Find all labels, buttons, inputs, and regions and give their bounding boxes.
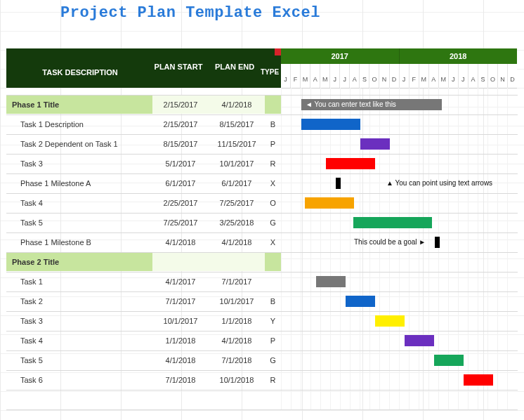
gantt-annotation: ▲ You can point using text arrows — [386, 174, 492, 192]
task-row[interactable]: Phase 1 Milestone B4/1/20184/1/2018XThis… — [6, 233, 518, 253]
milestone-marker[interactable] — [336, 178, 341, 189]
cell-task[interactable]: Task 3 — [6, 155, 152, 173]
task-row[interactable]: Phase 1 Milestone A6/1/20176/1/2017X▲ Yo… — [6, 174, 518, 194]
gantt-cell: This could be a goal ► — [281, 233, 517, 251]
cell-plan-start[interactable]: 2/25/2017 — [152, 194, 209, 212]
cell-type[interactable]: P — [265, 332, 281, 350]
task-row[interactable]: Task 67/1/201810/1/2018R — [6, 371, 518, 391]
cell-type[interactable]: R — [265, 371, 281, 389]
cell-type[interactable]: G — [265, 214, 281, 232]
cell-plan-end[interactable]: 7/1/2017 — [209, 273, 265, 291]
cell-type[interactable]: B — [265, 115, 281, 133]
gantt-cell — [281, 214, 517, 232]
gantt-bar[interactable] — [353, 217, 432, 228]
task-row[interactable]: Task 2 Dependent on Task 18/15/201711/15… — [6, 135, 518, 155]
cell-plan-end[interactable]: 3/25/2018 — [209, 214, 265, 232]
cell-type[interactable]: O — [265, 194, 281, 212]
phase-row[interactable]: Phase 1 Title2/15/20174/1/2018◄ You can … — [6, 96, 518, 115]
gantt-bar[interactable] — [360, 138, 390, 150]
task-row[interactable]: Task 27/1/201710/1/2017B — [6, 292, 518, 312]
cell-type[interactable]: G — [265, 351, 281, 369]
phase-row[interactable]: Phase 2 Title — [6, 253, 518, 273]
cell-plan-end[interactable]: 6/1/2017 — [209, 174, 265, 192]
task-row[interactable]: Task 41/1/20184/1/2018P — [6, 332, 518, 351]
cell-plan-start[interactable] — [152, 253, 209, 271]
cell-type[interactable]: P — [265, 135, 281, 153]
task-row[interactable]: Task 310/1/20171/1/2018Y — [6, 312, 518, 332]
cell-plan-start[interactable]: 5/1/2017 — [152, 155, 209, 173]
gantt-bar[interactable] — [326, 158, 375, 169]
gantt-bar[interactable] — [346, 296, 375, 307]
cell-plan-start[interactable]: 7/25/2017 — [152, 214, 209, 232]
gantt-cell — [281, 253, 517, 271]
month-header: F — [409, 64, 419, 88]
task-row[interactable]: Task 1 Description2/15/20178/15/2017B — [6, 115, 518, 135]
gantt-bar[interactable] — [305, 197, 354, 209]
blank-row[interactable] — [6, 410, 518, 420]
cell-plan-end[interactable]: 11/15/2017 — [209, 135, 265, 153]
milestone-marker[interactable] — [435, 237, 440, 248]
gantt-cell — [281, 371, 517, 389]
cell-task[interactable]: Task 6 — [6, 371, 152, 389]
cell-task[interactable]: Phase 2 Title — [6, 253, 152, 271]
task-row[interactable]: Task 57/25/20173/25/2018G — [6, 214, 518, 233]
cell-plan-start[interactable]: 10/1/2017 — [152, 312, 209, 330]
cell-type[interactable]: Y — [265, 312, 281, 330]
cell-task[interactable]: Task 2 Dependent on Task 1 — [6, 135, 152, 153]
cell-plan-end[interactable]: 8/15/2017 — [209, 115, 265, 133]
cell-task[interactable]: Task 3 — [6, 312, 152, 330]
cell-plan-end[interactable]: 7/1/2018 — [209, 351, 265, 369]
gantt-annotation: ◄ You can enter text like this — [306, 96, 396, 114]
month-header: S — [359, 64, 369, 88]
cell-plan-start[interactable]: 4/1/2018 — [152, 351, 209, 369]
cell-type[interactable]: X — [265, 174, 281, 192]
cell-task[interactable]: Phase 1 Milestone A — [6, 174, 152, 192]
cell-plan-start[interactable]: 8/15/2017 — [152, 135, 209, 153]
cell-task[interactable]: Task 4 — [6, 332, 152, 350]
cell-task[interactable]: Task 1 — [6, 273, 152, 291]
cell-plan-end[interactable] — [209, 253, 265, 271]
cell-plan-end[interactable]: 4/1/2018 — [209, 233, 265, 251]
cell-plan-start[interactable]: 6/1/2017 — [152, 174, 209, 192]
cell-task[interactable]: Phase 1 Title — [6, 96, 152, 114]
cell-type[interactable]: B — [265, 292, 281, 310]
cell-plan-start[interactable]: 4/1/2018 — [152, 233, 209, 251]
task-row[interactable]: Task 54/1/20187/1/2018G — [6, 351, 518, 371]
cell-type[interactable]: R — [265, 155, 281, 173]
cell-plan-end[interactable]: 10/1/2017 — [209, 155, 265, 173]
gantt-bar[interactable] — [464, 374, 493, 386]
cell-plan-end[interactable]: 4/1/2018 — [209, 96, 265, 114]
cell-task[interactable]: Task 5 — [6, 351, 152, 369]
cell-task[interactable]: Task 2 — [6, 292, 152, 310]
cell-type[interactable] — [265, 273, 281, 291]
data-rows[interactable]: Phase 1 Title2/15/20174/1/2018◄ You can … — [6, 88, 518, 420]
cell-type[interactable] — [265, 96, 281, 114]
cell-plan-start[interactable]: 4/1/2017 — [152, 273, 209, 291]
cell-task[interactable]: Phase 1 Milestone B — [6, 233, 152, 251]
task-row[interactable]: Task 35/1/201710/1/2017R — [6, 155, 518, 174]
cell-plan-start[interactable]: 7/1/2017 — [152, 292, 209, 310]
cell-task[interactable]: Task 1 Description — [6, 115, 152, 133]
cell-plan-end[interactable]: 10/1/2018 — [209, 371, 265, 389]
gantt-bar[interactable] — [375, 315, 405, 327]
cell-type[interactable]: X — [265, 233, 281, 251]
cell-plan-end[interactable]: 4/1/2018 — [209, 332, 265, 350]
cell-type[interactable] — [265, 253, 281, 271]
cell-plan-start[interactable]: 2/15/2017 — [152, 96, 209, 114]
task-row[interactable]: Task 42/25/20177/25/2017O — [6, 194, 518, 214]
blank-row[interactable] — [6, 391, 518, 410]
cell-task[interactable]: Task 4 — [6, 194, 152, 212]
cell-task[interactable]: Task 5 — [6, 214, 152, 232]
gantt-bar[interactable] — [301, 119, 360, 130]
cell-plan-start[interactable]: 2/15/2017 — [152, 115, 209, 133]
cell-plan-start[interactable]: 7/1/2018 — [152, 371, 209, 389]
cell-plan-start[interactable]: 1/1/2018 — [152, 332, 209, 350]
gantt-bar[interactable] — [405, 335, 434, 346]
gantt-bar[interactable] — [316, 276, 346, 287]
cell-plan-end[interactable]: 10/1/2017 — [209, 292, 265, 310]
cell-plan-end[interactable]: 7/25/2017 — [209, 194, 265, 212]
gantt-cell — [281, 155, 517, 173]
task-row[interactable]: Task 14/1/20177/1/2017 — [6, 273, 518, 292]
cell-plan-end[interactable]: 1/1/2018 — [209, 312, 265, 330]
gantt-bar[interactable] — [434, 355, 464, 366]
